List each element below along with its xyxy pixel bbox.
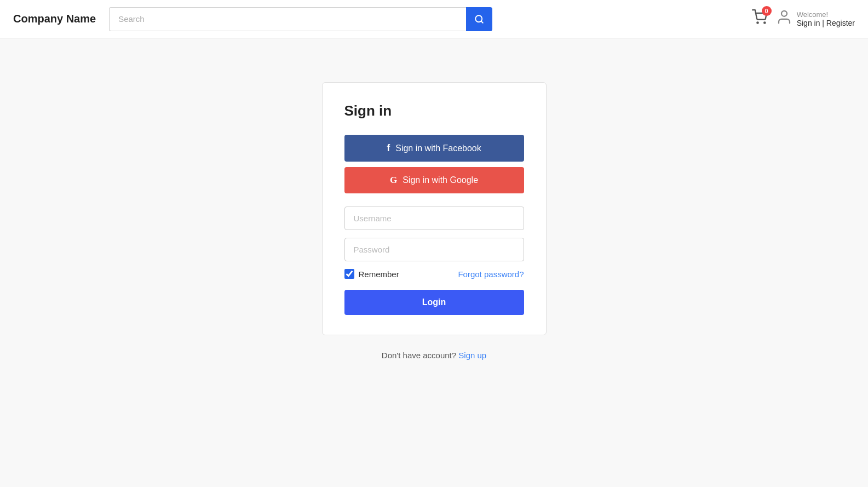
signin-title: Sign in (344, 102, 524, 119)
cart-container[interactable]: 0 (752, 9, 767, 28)
company-name: Company Name (13, 13, 96, 25)
cart-badge: 0 (762, 6, 772, 16)
username-input[interactable] (344, 207, 524, 230)
signin-register-links[interactable]: Sign in | Register (797, 19, 855, 27)
signup-text: Don't have account? Sign up (382, 351, 486, 360)
header: Company Name 0 (0, 0, 868, 38)
svg-line-1 (481, 21, 483, 22)
remember-checkbox[interactable] (344, 269, 354, 279)
facebook-btn-label: Sign in with Facebook (395, 144, 481, 153)
login-button[interactable]: Login (344, 290, 524, 315)
user-icon (776, 9, 792, 29)
svg-point-2 (757, 22, 758, 23)
search-icon (474, 14, 484, 24)
forgot-password-link[interactable]: Forgot password? (458, 270, 524, 279)
main-content: Sign in f Sign in with Facebook G Sign i… (0, 38, 868, 382)
username-group (344, 207, 524, 230)
google-signin-button[interactable]: G Sign in with Google (344, 167, 524, 193)
remember-forgot-row: Remember Forgot password? (344, 269, 524, 279)
google-icon: G (390, 175, 397, 186)
user-section[interactable]: Welcome! Sign in | Register (776, 9, 855, 29)
password-input[interactable] (344, 238, 524, 261)
remember-label[interactable]: Remember (344, 269, 399, 279)
no-account-label: Don't have account? (382, 351, 456, 360)
search-button[interactable] (466, 7, 492, 31)
google-btn-label: Sign in with Google (403, 175, 478, 185)
facebook-signin-button[interactable]: f Sign in with Facebook (344, 135, 524, 162)
search-input[interactable] (109, 7, 466, 31)
svg-point-4 (781, 11, 787, 16)
password-group (344, 238, 524, 261)
facebook-icon: f (387, 142, 390, 154)
search-bar (109, 7, 492, 31)
welcome-label: Welcome! (797, 10, 855, 19)
signup-link[interactable]: Sign up (458, 351, 486, 360)
remember-text: Remember (359, 270, 399, 279)
signin-card: Sign in f Sign in with Facebook G Sign i… (322, 82, 547, 335)
header-right: 0 Welcome! Sign in | Register (752, 9, 855, 29)
svg-point-3 (764, 22, 765, 23)
user-text: Welcome! Sign in | Register (797, 10, 855, 27)
